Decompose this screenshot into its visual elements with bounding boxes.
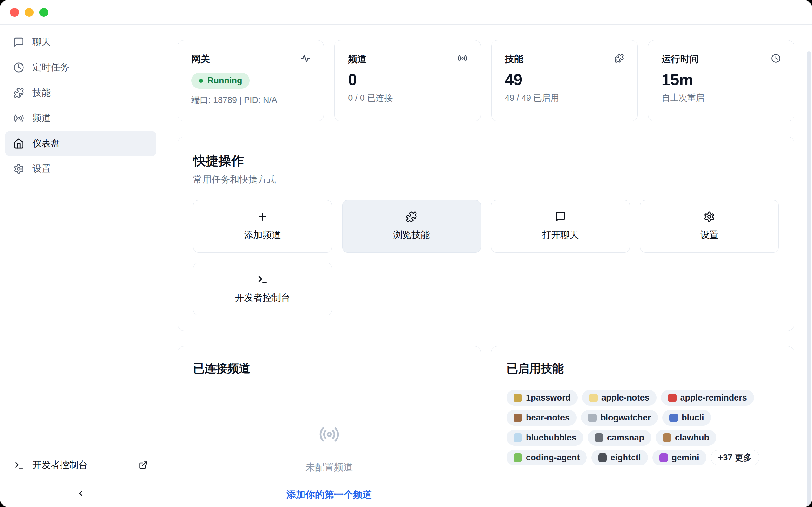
browse-skills-button[interactable]: 浏览技能 [342, 200, 481, 252]
skill-emoji-icon [595, 434, 603, 442]
sidebar-item-scheduled-tasks[interactable]: 定时任务 [5, 55, 156, 80]
channels-subtitle: 0 / 0 已连接 [348, 92, 467, 104]
connected-channels-card: 已连接频道 未配置频道 添加你的第一个频道 [177, 346, 481, 507]
enabled-skills-card: 已启用技能 1passwordapple-notesapple-reminder… [491, 346, 794, 507]
app-window: 聊天 定时任务 技能 频道 仪表盘 设置 [0, 0, 812, 507]
puzzle-icon [13, 88, 24, 98]
zoom-button[interactable] [39, 8, 48, 17]
gateway-card-title: 网关 [191, 53, 210, 66]
radio-icon [319, 424, 340, 445]
sidebar-item-skills[interactable]: 技能 [5, 80, 156, 106]
minimize-button[interactable] [25, 8, 34, 17]
uptime-subtitle: 自上次重启 [662, 92, 780, 104]
sidebar-collapse-button[interactable] [5, 488, 156, 498]
sidebar-item-settings[interactable]: 设置 [5, 156, 156, 181]
sidebar: 聊天 定时任务 技能 频道 仪表盘 设置 [0, 25, 162, 507]
add-channel-label: 添加频道 [244, 229, 281, 241]
home-icon [13, 138, 24, 149]
developer-console-btn-label: 开发者控制台 [235, 291, 290, 304]
skills-stat-card: 技能 49 49 / 49 已启用 [491, 40, 638, 121]
add-first-channel-link[interactable]: 添加你的第一个频道 [287, 488, 372, 501]
skill-chip-label: clawhub [675, 433, 709, 443]
sidebar-item-chat[interactable]: 聊天 [5, 30, 156, 55]
skill-chip-label: camsnap [607, 433, 644, 443]
enabled-skills-title: 已启用技能 [507, 361, 779, 377]
gateway-stat-card: 网关 Running 端口: 18789 | PID: N/A [177, 40, 324, 121]
developer-console-link[interactable]: 开发者控制台 [5, 454, 156, 476]
skill-emoji-icon [588, 413, 597, 422]
clock-icon [771, 54, 780, 63]
gateway-port-pid: 端口: 18789 | PID: N/A [191, 95, 310, 106]
gear-icon [704, 211, 715, 222]
close-button[interactable] [10, 8, 19, 17]
open-chat-button[interactable]: 打开聊天 [491, 200, 630, 252]
uptime-card-title: 运行时间 [662, 53, 699, 66]
developer-console-button[interactable]: 开发者控制台 [193, 263, 332, 315]
skill-chip[interactable]: eightctl [591, 450, 648, 465]
skill-chip[interactable]: apple-reminders [661, 390, 754, 406]
quick-actions-title: 快捷操作 [193, 152, 779, 170]
uptime-stat-card: 运行时间 15m 自上次重启 [648, 40, 794, 121]
radio-icon [13, 113, 24, 124]
gear-icon [13, 164, 24, 174]
skill-chip[interactable]: bear-notes [507, 410, 577, 426]
skills-count: 49 [505, 71, 624, 89]
titlebar [0, 0, 812, 25]
skill-emoji-icon [513, 413, 522, 422]
traffic-lights [10, 8, 48, 17]
gateway-status-badge: Running [191, 72, 250, 89]
skill-chip[interactable]: gemini [653, 450, 706, 465]
status-dot-icon [199, 78, 203, 83]
clock-icon [13, 62, 24, 73]
plus-icon [257, 211, 268, 222]
skill-chip-label: blucli [681, 413, 704, 423]
chevron-left-icon [76, 488, 86, 498]
skill-chip[interactable]: blucli [662, 410, 711, 426]
terminal-icon [257, 274, 268, 285]
sidebar-item-label: 技能 [32, 87, 51, 99]
activity-icon [301, 54, 310, 63]
quick-actions-subtitle: 常用任务和快捷方式 [193, 173, 779, 186]
developer-console-label: 开发者控制台 [32, 459, 88, 471]
no-channels-text: 未配置频道 [305, 461, 353, 474]
skill-chip-label: gemini [672, 453, 699, 463]
dashboard-main: 网关 Running 端口: 18789 | PID: N/A 频道 0 [162, 25, 812, 507]
skill-emoji-icon [668, 394, 676, 402]
more-skills-chip[interactable]: +37 更多 [711, 450, 759, 465]
skill-emoji-icon [669, 413, 678, 422]
skill-chip-label: coding-agent [526, 453, 580, 463]
channels-stat-card: 频道 0 0 / 0 已连接 [334, 40, 480, 121]
settings-button[interactable]: 设置 [640, 200, 779, 252]
connected-channels-title: 已连接频道 [193, 361, 465, 377]
chat-bubble-icon [13, 37, 24, 48]
skills-subtitle: 49 / 49 已启用 [505, 92, 624, 104]
skill-chip-label: blogwatcher [600, 413, 651, 423]
sidebar-item-label: 仪表盘 [32, 137, 60, 150]
add-channel-button[interactable]: 添加频道 [193, 200, 332, 252]
skill-chip-label: bluebubbles [526, 433, 576, 443]
skill-chip[interactable]: coding-agent [507, 450, 587, 465]
skill-chip-label: bear-notes [526, 413, 570, 423]
skill-chip[interactable]: blogwatcher [581, 410, 658, 426]
external-link-icon[interactable] [139, 461, 148, 469]
sidebar-item-label: 频道 [32, 112, 51, 124]
puzzle-icon [614, 54, 624, 63]
puzzle-icon [406, 211, 417, 222]
channels-count: 0 [348, 71, 467, 89]
skill-chip-label: 1password [526, 393, 571, 403]
sidebar-item-label: 定时任务 [32, 61, 69, 74]
sidebar-item-channels[interactable]: 频道 [5, 106, 156, 131]
skill-emoji-icon [663, 434, 671, 442]
scrollbar-thumb[interactable] [807, 51, 811, 507]
channels-card-title: 频道 [348, 53, 367, 66]
skill-emoji-icon [598, 453, 607, 462]
skill-chip[interactable]: apple-notes [582, 390, 657, 406]
skills-card-title: 技能 [505, 53, 524, 66]
skill-chip[interactable]: clawhub [656, 430, 716, 446]
skill-emoji-icon [513, 453, 522, 462]
skill-chip[interactable]: camsnap [588, 430, 651, 446]
sidebar-item-dashboard[interactable]: 仪表盘 [5, 131, 156, 156]
skill-chip[interactable]: bluebubbles [507, 430, 583, 446]
skill-chip[interactable]: 1password [507, 390, 577, 406]
skill-emoji-icon [589, 394, 598, 402]
